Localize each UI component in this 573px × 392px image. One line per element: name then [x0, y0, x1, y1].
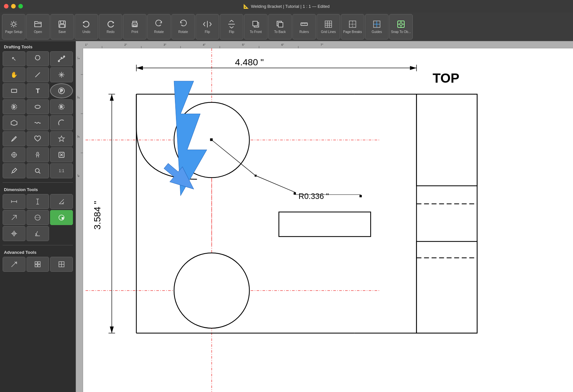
close-button[interactable]	[4, 4, 9, 8]
arrow-dim-tool[interactable]	[3, 210, 26, 225]
crosshair-tool[interactable]	[3, 147, 26, 162]
svg-rect-68	[38, 262, 40, 264]
adv-tool-1[interactable]	[3, 257, 26, 272]
to-back-button[interactable]: To Back	[268, 14, 292, 40]
advanced-tools-grid	[0, 257, 76, 274]
star-tool[interactable]	[50, 131, 73, 146]
svg-text:3": 3"	[77, 135, 80, 138]
canvas-area[interactable]: 1" 2" 3" 4" 5" 6" 7" 1" 2" 3"	[76, 41, 573, 392]
svg-text:D: D	[13, 105, 15, 109]
rectangle-tool[interactable]	[3, 83, 26, 98]
print-button[interactable]: Print	[123, 14, 147, 40]
svg-text:R: R	[62, 217, 63, 220]
horiz-dim-tool[interactable]	[3, 194, 26, 209]
svg-text:1": 1"	[85, 43, 88, 46]
grid-lines-label: Grid Lines	[321, 30, 336, 34]
circle-d-tool[interactable]: D	[3, 99, 26, 114]
circle-dim-tool[interactable]	[26, 210, 49, 225]
svg-point-116	[174, 253, 249, 328]
svg-text:4": 4"	[203, 43, 205, 46]
svg-rect-7	[253, 21, 257, 26]
polygon-tool[interactable]	[3, 115, 26, 130]
page-breaks-button[interactable]: Page Breaks	[341, 14, 364, 40]
drawing-canvas[interactable]: 4.480 " TOP 3.584 " R0.336 "	[83, 48, 573, 392]
text-tool[interactable]: T	[26, 83, 49, 98]
flip-h-label: Flip	[205, 30, 210, 34]
svg-rect-67	[35, 262, 37, 264]
svg-marker-130	[110, 94, 114, 101]
svg-point-18	[58, 60, 60, 62]
svg-line-55	[12, 215, 16, 220]
svg-line-66	[11, 262, 17, 267]
minimize-button[interactable]	[11, 4, 16, 8]
svg-text:1": 1"	[77, 57, 80, 59]
adv-tool-3[interactable]	[50, 257, 73, 272]
rotate-ccw-button[interactable]: Rotate	[171, 14, 195, 40]
to-front-label: To Front	[250, 30, 262, 34]
radius-dim-tool[interactable]: R	[50, 210, 73, 225]
guides-button[interactable]: Guides	[365, 14, 389, 40]
svg-text:5": 5"	[242, 43, 245, 46]
wave-tool[interactable]	[26, 115, 49, 130]
svg-text:6": 6"	[281, 43, 284, 46]
flip-v-button[interactable]: Flip	[220, 14, 243, 40]
r-circle-tool[interactable]: R	[50, 99, 73, 114]
main-area: Drafting Tools ↖ ✋	[0, 41, 573, 392]
open-button[interactable]: Open	[26, 14, 50, 40]
arc-tool[interactable]	[50, 115, 73, 130]
svg-rect-26	[11, 89, 17, 92]
ellipse-tool[interactable]	[26, 99, 49, 114]
drafting-tools-label: Drafting Tools	[0, 41, 76, 51]
undo-button[interactable]: Undo	[75, 14, 98, 40]
ruler-left: 1" 2" 3" 4"	[76, 48, 83, 392]
x-box-tool[interactable]	[50, 147, 73, 162]
snap-tool[interactable]	[50, 67, 73, 82]
anchor-tool[interactable]	[26, 147, 49, 162]
redo-button[interactable]: Redo	[99, 14, 122, 40]
angle-dim-tool[interactable]	[50, 194, 73, 209]
toolbar: Page Setup Open Save Undo Redo	[0, 12, 573, 41]
undo-tool[interactable]	[26, 51, 49, 66]
adv-tool-2[interactable]	[26, 257, 49, 272]
title-text: Welding Bracket | Tutorial | 1 : 1 — Edi…	[251, 4, 330, 9]
to-front-button[interactable]: To Front	[244, 14, 268, 40]
bezier-tool[interactable]	[50, 51, 73, 66]
svg-rect-119	[255, 175, 257, 177]
flip-v-label: Flip	[229, 30, 234, 34]
svg-line-21	[35, 73, 40, 77]
rotate-cw-button[interactable]: Rotate	[147, 14, 171, 40]
snap-to-obj-label: Snap To Ob...	[391, 30, 411, 34]
svg-point-20	[61, 57, 62, 58]
maximize-button[interactable]	[18, 4, 23, 8]
crosshair-dim-tool[interactable]	[3, 226, 26, 241]
heart-tool[interactable]	[26, 131, 49, 146]
svg-rect-137	[294, 192, 296, 195]
sidebar-divider-1	[3, 182, 73, 183]
svg-rect-70	[38, 265, 40, 267]
angle2-dim-tool[interactable]	[26, 226, 49, 241]
hand-tool[interactable]: ✋	[3, 67, 26, 82]
page-setup-label: Page Setup	[5, 30, 22, 34]
eyedropper-tool[interactable]	[3, 163, 26, 178]
select-tool[interactable]: ↖	[3, 51, 26, 66]
snap-to-obj-button[interactable]: Snap To Ob...	[389, 14, 413, 40]
save-button[interactable]: Save	[50, 14, 74, 40]
app-icon: 📐	[243, 4, 249, 9]
rulers-button[interactable]: Rulers	[292, 14, 316, 40]
magnify-tool[interactable]	[26, 163, 49, 178]
redo-label: Redo	[107, 30, 114, 34]
svg-text:3": 3"	[164, 43, 166, 46]
vert-dim-tool[interactable]	[26, 194, 49, 209]
svg-rect-118	[210, 139, 213, 141]
p-tool[interactable]: P	[50, 83, 73, 98]
page-setup-button[interactable]: Page Setup	[2, 14, 26, 40]
svg-text:TOP: TOP	[433, 71, 460, 85]
pencil-tool[interactable]	[3, 131, 26, 146]
grid-lines-button[interactable]: Grid Lines	[317, 14, 340, 40]
svg-text:3.584 ": 3.584 "	[92, 201, 102, 230]
scale-tool[interactable]: 1:1	[50, 163, 73, 178]
svg-rect-11	[325, 21, 332, 27]
flip-h-button[interactable]: Flip	[196, 14, 219, 40]
line-tool[interactable]	[26, 67, 49, 82]
svg-point-0	[12, 23, 15, 26]
